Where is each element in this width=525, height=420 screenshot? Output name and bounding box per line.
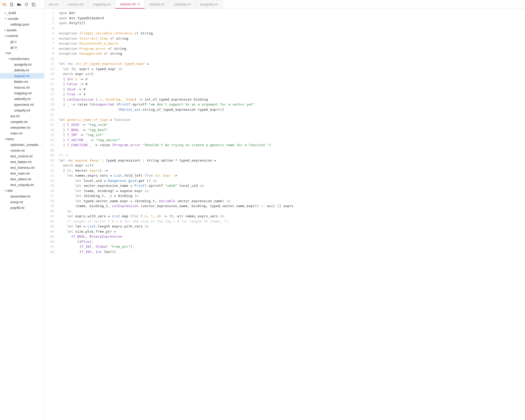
code-line[interactable]: ((Plus),: [59, 239, 294, 244]
tree-file-test_control-ml[interactable]: test_control.ml: [0, 153, 44, 159]
tab-expose-ml[interactable]: expose.ml×: [115, 0, 145, 9]
code-line[interactable]: open Ast.TypedStandard: [59, 16, 294, 21]
tree-file-expose-ml[interactable]: expose.ml: [0, 73, 44, 79]
code-line[interactable]: | T_INT -> "tag_int": [59, 132, 294, 138]
code-area[interactable]: open Astopen Ast.TypedStandardopen Polyf…: [57, 9, 294, 420]
chevron-down-icon[interactable]: ▾: [4, 138, 7, 140]
tree-file-typecheck-ml[interactable]: typecheck.ml: [0, 102, 44, 107]
code-line[interactable]: [59, 26, 294, 31]
code-line[interactable]: let (name, binding) = expose expr in: [59, 188, 294, 194]
code-line[interactable]: let exprs_with_vars = List.map (fun (_n,…: [59, 214, 294, 219]
code-line[interactable]: exception Incorrect_step of string: [59, 36, 294, 41]
code-line[interactable]: exception Unsupported of string: [59, 51, 294, 56]
tree-file-runner-ml[interactable]: runner.ml: [0, 147, 44, 153]
tree-file-settings-json[interactable]: settings.json: [0, 21, 44, 27]
code-line[interactable]: let generic_name_of_type = function: [59, 117, 294, 122]
code-line[interactable]: | (t, Vector exprs) ->: [59, 168, 294, 173]
tree-file-main-ml[interactable]: main.ml: [0, 130, 44, 136]
tree-folder-runtime[interactable]: ▾runtime: [0, 33, 44, 39]
tab-definify-ml[interactable]: definify.ml: [145, 0, 169, 9]
tree-file-assignify-ml[interactable]: assignify.ml: [0, 61, 44, 67]
editor[interactable]: 1234567891011121314151617181920212223242…: [44, 9, 525, 420]
code-line[interactable]: let vector_expression_name = Printf.spri…: [59, 183, 294, 188]
code-line[interactable]: | LetExpression (_v, binding, _body) -> …: [59, 97, 294, 102]
close-icon[interactable]: ×: [138, 2, 140, 6]
tree-folder-src[interactable]: ▾src: [0, 50, 44, 56]
new-file-icon[interactable]: [9, 2, 14, 7]
code-line[interactable]: let (t, expr) = typed_expr in: [59, 66, 294, 72]
tab-assignify-ml[interactable]: assignify.ml: [196, 0, 223, 9]
tree-file-uniquify-ml[interactable]: uniquify.ml: [0, 107, 44, 113]
code-line[interactable]: let (binding_t, _) = binding in: [59, 193, 294, 199]
code-line[interactable]: [59, 112, 294, 117]
code-line[interactable]: let len = List.length exprs_with_vars in: [59, 224, 294, 229]
tree-file-macros-ml[interactable]: macros.ml: [0, 84, 44, 90]
code-line[interactable]: [59, 56, 294, 61]
code-line[interactable]: | T_VECTOR _ -> "tag_vector": [59, 138, 294, 143]
code-line[interactable]: (T_BOOL, BinaryExpression: [59, 234, 294, 239]
code-line[interactable]: let local_uid = Dangerous_guid.get () in: [59, 178, 294, 183]
chevron-down-icon[interactable]: ▾: [4, 189, 7, 192]
code-line[interactable]: let names_exprs_vars = List.fold_left (f…: [59, 173, 294, 178]
tab-ast-ml[interactable]: ast.ml: [44, 0, 63, 9]
file-tree[interactable]: ▸_build▾.vscodesettings.json▸assets▾runt…: [0, 9, 44, 420]
code-line[interactable]: | Void -> 0: [59, 87, 294, 92]
code-line[interactable]: | T_BOOL -> "tag_bool": [59, 127, 294, 133]
tree-file-emoji-ml[interactable]: emoji.ml: [0, 199, 44, 205]
code-line[interactable]: open Polyfill: [59, 21, 294, 26]
code-line[interactable]: | True -> 1: [59, 92, 294, 97]
chevron-right-icon[interactable]: ▸: [4, 11, 7, 14]
chevron-down-icon[interactable]: ▾: [4, 17, 7, 20]
tree-file-optimistic_compile-[interactable]: optimistic_compile…: [0, 142, 44, 147]
code-line[interactable]: let size_plus_free_ptr =: [59, 229, 294, 234]
code-line[interactable]: (name, binding_t, LetExpression (vector_…: [59, 203, 294, 209]
code-line[interactable]: (Pprint_ast.string_of_typed_expression t…: [59, 107, 294, 112]
tree-file-gc-o[interactable]: gc.o: [0, 44, 44, 50]
code-line[interactable]: [59, 148, 294, 153]
code-line[interactable]: | _ -> raise (Unsupported (Printf.sprint…: [59, 102, 294, 107]
tree-folder-transformers[interactable]: ▾transformers: [0, 56, 44, 61]
tree-file-definify-ml[interactable]: definify.ml: [0, 67, 44, 73]
tree-file-test_liveness-ml[interactable]: test_liveness.ml: [0, 165, 44, 170]
tab-selectify-ml[interactable]: selectify.ml: [169, 0, 196, 9]
tree-folder-utils[interactable]: ▾utils: [0, 188, 44, 193]
tree-file-compiler-ml[interactable]: compiler.ml: [0, 119, 44, 125]
code-line[interactable]: (* Length of vector * 8 + 8 for the size…: [59, 219, 294, 224]
code-line[interactable]: | Int n -> n: [59, 77, 294, 82]
tree-folder-assets[interactable]: ▸assets: [0, 27, 44, 33]
code-line[interactable]: match expr with: [59, 71, 294, 77]
tree-file-test_flatten-ml[interactable]: test_flatten.ml: [0, 159, 44, 165]
tree-file-test_uniquify-ml[interactable]: test_uniquify.ml: [0, 182, 44, 188]
code-line[interactable]: exception Illegal_variable_reference of …: [59, 31, 294, 36]
tree-folder--vscode[interactable]: ▾.vscode: [0, 16, 44, 21]
code-line[interactable]: (* *): [59, 153, 294, 158]
code-line[interactable]: open Ast: [59, 10, 294, 16]
code-line[interactable]: (T_INT, Int len))): [59, 249, 294, 255]
tree-file-interpreter-ml[interactable]: interpreter.ml: [0, 125, 44, 130]
new-folder-icon[interactable]: [17, 2, 21, 7]
chevron-down-icon[interactable]: ▾: [4, 34, 7, 37]
code-line[interactable]: let rec int_of_typed_expression typed_ex…: [59, 61, 294, 66]
code-line[interactable]: let rec expose (expr : typed_expression)…: [59, 158, 294, 163]
refresh-icon[interactable]: [24, 2, 29, 7]
chevron-down-icon[interactable]: ▾: [7, 57, 10, 60]
chevron-right-icon[interactable]: ▸: [4, 29, 7, 32]
tree-file-test_select-ml[interactable]: test_select.ml: [0, 176, 44, 182]
tree-folder-tests[interactable]: ▾tests: [0, 136, 44, 142]
tab-mapping-ml[interactable]: mapping.ml: [88, 0, 115, 9]
code-line[interactable]: match expr with: [59, 163, 294, 168]
code-line[interactable]: exception Encountered_a_macro: [59, 41, 294, 46]
collapse-icon[interactable]: [31, 2, 36, 7]
tree-file-polyfill-ml[interactable]: polyfill.ml: [0, 205, 44, 211]
code-line[interactable]: let typed_vector_name_expr = (binding_t,…: [59, 199, 294, 204]
tree-file-flatten-ml[interactable]: flatten.ml: [0, 79, 44, 84]
code-line[interactable]: exception Program_error of string: [59, 46, 294, 51]
tree-file-selectify-ml[interactable]: selectify.ml: [0, 96, 44, 102]
code-line[interactable]: | T_FUNCTION _ -> raise (Program_error "…: [59, 143, 294, 148]
tree-folder-_build[interactable]: ▸_build: [0, 10, 44, 16]
tree-file-gc-c[interactable]: gc.c: [0, 39, 44, 44]
tree-file-assembler-ml[interactable]: assembler.ml: [0, 193, 44, 199]
tree-file-test_main-ml[interactable]: test_main.ml: [0, 170, 44, 176]
tree-file-ast-ml[interactable]: ast.ml: [0, 113, 44, 119]
code-line[interactable]: in: [59, 209, 294, 214]
